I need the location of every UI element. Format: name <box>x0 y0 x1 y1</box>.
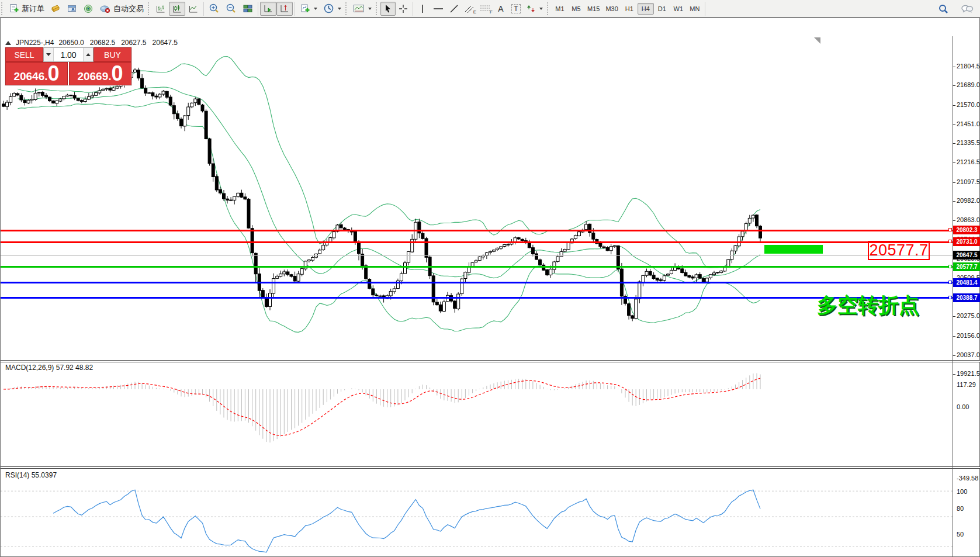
price-tick-mark <box>953 201 955 202</box>
turning-point-annotation[interactable]: 多空转折点 <box>817 292 919 319</box>
timeframe-button-h1[interactable]: H1 <box>621 3 638 15</box>
bar-chart-button[interactable] <box>153 2 169 16</box>
ohlc-close: 20647.5 <box>153 39 178 47</box>
fibonacci-tool-button[interactable]: F <box>477 2 493 16</box>
price-tick-mark <box>953 182 955 183</box>
collapse-objects-icon[interactable] <box>5 41 11 45</box>
rsi-axis-label: 80 <box>957 505 964 512</box>
new-order-label: 新订单 <box>22 4 44 14</box>
increase-arrow-icon <box>86 53 91 56</box>
timeframe-button-m5[interactable]: M5 <box>568 3 584 15</box>
volume-increase-button[interactable] <box>83 48 93 61</box>
crosshair-tool-button[interactable] <box>396 2 411 16</box>
toolbar-drag-handle[interactable] <box>345 2 349 15</box>
timeframe-button-m1[interactable]: M1 <box>552 3 568 15</box>
macd-name: MACD(12,26,9) <box>5 364 54 372</box>
price-tick-mark <box>953 143 955 144</box>
timeframe-button-h4[interactable]: H4 <box>638 3 654 15</box>
macd-panel-chart[interactable] <box>1 363 953 467</box>
buy-button[interactable]: BUY <box>94 47 131 62</box>
horizontal-level-line[interactable] <box>1 230 953 231</box>
price-tick-mark <box>953 85 955 86</box>
text-label-tool-button[interactable]: T <box>508 2 524 16</box>
horizontal-level-line[interactable] <box>1 266 953 268</box>
indicators-button[interactable] <box>297 2 320 16</box>
price-tick-label: 21689.0 <box>957 81 980 88</box>
price-tag-20647.5: 20647.5 <box>953 251 980 260</box>
current-price-line <box>1 255 953 256</box>
price-tag-20388.7: 20388.7 <box>953 293 980 302</box>
toolbar-drag-handle[interactable] <box>1 2 5 15</box>
macd-indicator-label: MACD(12,26,9) 57.92 48.82 <box>5 364 93 372</box>
templates-button[interactable] <box>350 2 375 16</box>
level-anchor-knot <box>948 265 952 268</box>
zoom-in-icon <box>209 3 220 14</box>
trendline-tool-button[interactable] <box>446 2 462 16</box>
rsi-axis-label: 50 <box>957 531 964 538</box>
timeframe-button-m30[interactable]: M30 <box>602 3 621 15</box>
mt4-application: 新订单 自动交易 <box>0 0 980 557</box>
chat-button[interactable] <box>958 2 976 16</box>
zoom-in-button[interactable] <box>206 2 223 16</box>
timeframe-button-d1[interactable]: D1 <box>654 3 670 15</box>
bar-chart-icon <box>155 4 166 14</box>
sell-price-display[interactable]: 20646.0 <box>5 62 68 85</box>
horizontal-level-line[interactable] <box>1 241 953 243</box>
text-tool-button[interactable]: A <box>493 2 508 16</box>
price-tick-mark <box>953 124 955 125</box>
level-price-label[interactable]: 20577.7 <box>868 241 930 260</box>
rsi-panel-separator[interactable] <box>1 466 980 469</box>
macd-values: 57.92 48.82 <box>56 364 93 372</box>
toolbar-drag-handle[interactable] <box>376 2 379 15</box>
periods-clock-icon <box>323 3 334 14</box>
templates-icon <box>353 4 365 13</box>
horizontal-line-tool-button[interactable] <box>430 2 446 16</box>
support-highlight-rectangle[interactable] <box>764 245 823 254</box>
price-tag-20731.0: 20731.0 <box>953 237 980 246</box>
sound-alert-button[interactable] <box>80 2 96 16</box>
volume-input[interactable] <box>54 48 83 61</box>
arrows-tool-button[interactable] <box>524 2 546 16</box>
price-tick-label: 21097.5 <box>957 178 980 185</box>
toolbar-drag-handle[interactable] <box>148 2 151 15</box>
buy-price-display[interactable]: 20669.0 <box>69 62 131 85</box>
timeframe-button-mn[interactable]: MN <box>687 3 703 15</box>
price-tick-mark <box>953 355 955 356</box>
price-tag-20481.4: 20481.4 <box>953 278 980 287</box>
volume-decrease-button[interactable] <box>44 48 54 61</box>
price-tick-mark <box>953 220 955 221</box>
vertical-line-tool-button[interactable] <box>415 2 430 16</box>
line-chart-button[interactable] <box>185 2 202 16</box>
candlestick-chart-button[interactable] <box>169 2 185 16</box>
chart-shift-button[interactable] <box>276 2 293 16</box>
horizontal-level-line[interactable] <box>1 282 953 283</box>
macd-axis-label: -349.58 <box>957 475 978 482</box>
tile-windows-button[interactable] <box>240 2 256 16</box>
horizontal-level-line[interactable] <box>1 297 953 299</box>
one-click-trading-panel: SELL BUY 20646.0 20669.0 <box>5 47 131 85</box>
crosshair-icon <box>399 4 408 13</box>
market-watch-button[interactable] <box>47 2 64 16</box>
toolbar-drag-handle[interactable] <box>547 2 550 15</box>
candlestick-chart-icon <box>172 4 182 14</box>
chart-title: JPN225-,H4 20650.0 20682.5 20627.5 20647… <box>5 39 178 47</box>
buy-price-big-digit: 0 <box>112 65 123 83</box>
autoscroll-button[interactable] <box>260 2 276 16</box>
timeframe-button-m15[interactable]: M15 <box>584 3 602 15</box>
macd-panel-separator[interactable] <box>1 360 980 362</box>
zoom-out-button[interactable] <box>223 2 240 16</box>
timeframe-button-w1[interactable]: W1 <box>670 3 687 15</box>
sell-button[interactable]: SELL <box>5 47 43 62</box>
periods-button[interactable] <box>320 2 344 16</box>
bollinger-middle-band <box>18 87 760 283</box>
indicators-icon <box>300 4 310 14</box>
candlestick-chart[interactable] <box>1 36 953 361</box>
cursor-tool-button[interactable] <box>380 2 396 16</box>
new-order-button[interactable]: 新订单 <box>6 2 47 16</box>
search-button[interactable] <box>935 2 952 16</box>
autotrading-button[interactable]: 自动交易 <box>96 2 147 16</box>
rsi-panel-chart[interactable] <box>1 469 953 557</box>
chart-shift-marker[interactable] <box>814 37 820 44</box>
channel-tool-button[interactable]: E <box>462 2 477 16</box>
data-window-button[interactable] <box>64 2 80 16</box>
